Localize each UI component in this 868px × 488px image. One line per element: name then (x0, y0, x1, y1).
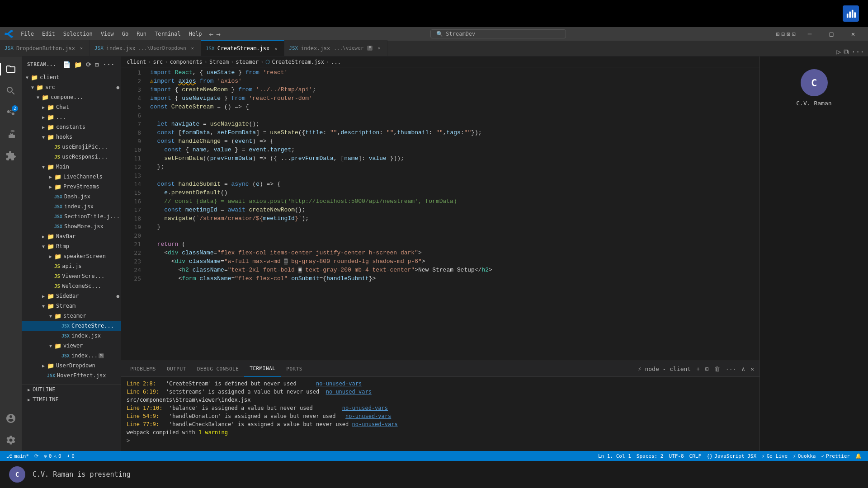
breadcrumb-client[interactable]: client (127, 59, 146, 65)
tree-useemoji[interactable]: JS useEmojiPic... (22, 142, 121, 152)
tree-ellipsis[interactable]: ▶ 📁 ... (22, 112, 121, 122)
tree-dash[interactable]: JSX Dash.jsx (22, 192, 121, 202)
close-btn[interactable]: ✕ (843, 27, 863, 41)
tree-showmore[interactable]: JSX ShowMore.jsx (22, 221, 121, 231)
tree-index-steamer[interactable]: JSX index.jsx (22, 331, 121, 341)
status-notifications[interactable]: 🔔 (853, 451, 864, 461)
layout-btn-3[interactable]: ⊠ (787, 31, 790, 38)
code-text[interactable]: import React, { useState } from 'react' … (145, 67, 760, 361)
tree-constants[interactable]: ▶ 📁 constants (22, 122, 121, 132)
nav-back-btn[interactable]: ← (209, 30, 214, 38)
new-file-btn[interactable]: 📄 (62, 60, 72, 69)
tab-close-btn[interactable]: ✕ (272, 45, 279, 52)
panel-tab-problems[interactable]: PROBLEMS (125, 361, 161, 377)
activity-account[interactable] (0, 408, 22, 429)
tree-main[interactable]: ▼ 📁 Main (22, 162, 121, 172)
status-position[interactable]: Ln 1, Col 1 (595, 451, 634, 461)
layout-btn-1[interactable]: ⊞ (776, 31, 780, 38)
activity-explorer[interactable] (0, 58, 22, 80)
breadcrumb-createstream[interactable]: CreateStream.jsx (272, 59, 324, 65)
tree-components[interactable]: ▼ 📁 compone... (22, 92, 121, 102)
split-editor-btn[interactable]: ⧉ (844, 47, 849, 56)
split-terminal-btn[interactable]: ⊞ (703, 365, 711, 373)
activity-search[interactable] (0, 80, 22, 102)
layout-btn-2[interactable]: ⊟ (782, 31, 785, 38)
status-errors[interactable]: ⊗ 0 △ 0 (41, 451, 64, 461)
status-golive[interactable]: ⚡ Go Live (759, 451, 790, 461)
tab-close-btn[interactable]: ✕ (375, 45, 382, 52)
tree-index-viewer-file[interactable]: JSX index... M (22, 351, 121, 361)
breadcrumb-stream[interactable]: Stream (209, 59, 229, 65)
new-folder-btn[interactable]: 📁 (73, 60, 83, 69)
panel-tab-terminal[interactable]: TERMINAL (244, 361, 281, 377)
tree-viewer-folder[interactable]: ▼ 📁 viewer (22, 341, 121, 351)
tree-speakerscreen[interactable]: ▶ 📁 speakerScreen (22, 251, 121, 261)
add-terminal-btn[interactable]: + (694, 365, 702, 373)
refresh-btn[interactable]: ⟳ (85, 60, 93, 69)
nav-forward-btn[interactable]: → (216, 30, 221, 38)
menu-file[interactable]: File (17, 30, 38, 38)
status-info[interactable]: ⬇ 0 (64, 451, 77, 461)
status-spaces[interactable]: Spaces: 2 (634, 451, 666, 461)
tree-api[interactable]: JS api.js (22, 261, 121, 271)
breadcrumb-steamer[interactable]: steamer (236, 59, 259, 65)
breadcrumb-src[interactable]: src (153, 59, 163, 65)
terminal-node-client[interactable]: ⚡ node - client (636, 365, 693, 373)
tree-src[interactable]: ▼ 📁 src ● (22, 82, 121, 92)
more-actions-btn[interactable]: ··· (851, 47, 864, 56)
tree-hooks[interactable]: ▼ 📁 hooks (22, 132, 121, 142)
tree-steamer[interactable]: ▼ 📁 steamer (22, 311, 121, 321)
tree-chat[interactable]: ▶ 📁 Chat (22, 102, 121, 112)
more-btn[interactable]: ··· (102, 60, 116, 69)
activity-settings[interactable] (0, 429, 22, 451)
outline-section[interactable]: ▶ OUTLINE (22, 385, 121, 394)
status-eol[interactable]: CRLF (687, 451, 704, 461)
maximize-btn[interactable]: □ (821, 27, 842, 41)
tab-dropdownbutton[interactable]: JSX DropdownButton.jsx ✕ (0, 40, 90, 56)
tree-prevstreams[interactable]: ▶ 📁 PrevStreams (22, 182, 121, 192)
status-prettier[interactable]: ✓ Prettier (818, 451, 853, 461)
minimize-btn[interactable]: ─ (799, 27, 820, 41)
tree-viewerscre[interactable]: JS ViewerScre... (22, 271, 121, 281)
tab-index-viewer[interactable]: JSX index.jsx ...\viewer M ✕ (284, 40, 387, 56)
breadcrumb-components[interactable]: components (170, 59, 203, 65)
maximize-panel-btn[interactable]: ∧ (740, 365, 747, 373)
more-terminal-btn[interactable]: ··· (724, 365, 738, 373)
activity-run[interactable] (0, 123, 22, 145)
menu-help[interactable]: Help (185, 30, 206, 38)
tab-index-userdropdown[interactable]: JSX index.jsx ...\UserDropdown ✕ (90, 40, 201, 56)
tab-close-btn[interactable]: ✕ (189, 45, 196, 52)
menu-edit[interactable]: Edit (38, 30, 59, 38)
status-sync[interactable]: ⟳ (32, 451, 41, 461)
tab-close-btn[interactable]: ✕ (78, 45, 85, 52)
close-panel-btn[interactable]: ✕ (749, 365, 756, 373)
tree-sidebar-folder[interactable]: ▶ 📁 SideBar ● (22, 291, 121, 301)
panel-tab-debug[interactable]: DEBUG CONSOLE (192, 361, 245, 377)
command-palette[interactable]: 🔍 StreamDev (430, 29, 566, 38)
status-language[interactable]: {} JavaScript JSX (704, 451, 759, 461)
tab-createstream[interactable]: JSX CreateStream.jsx ✕ (201, 40, 284, 56)
run-file-btn[interactable]: ▷ (836, 47, 841, 56)
trash-terminal-btn[interactable]: 🗑 (712, 365, 722, 373)
menu-go[interactable]: Go (118, 30, 132, 38)
tree-sectiontitle[interactable]: JSX SectionTitle.j... (22, 211, 121, 221)
tree-createstream-file[interactable]: JSX CreateStre... (22, 321, 121, 331)
menu-view[interactable]: View (97, 30, 118, 38)
panel-tab-output[interactable]: OUTPUT (161, 361, 192, 377)
breadcrumb-ellipsis[interactable]: ... (331, 59, 341, 65)
activity-extensions[interactable] (0, 145, 22, 167)
tree-stream-folder[interactable]: ▼ 📁 Stream (22, 301, 121, 311)
tree-userdropdown[interactable]: ▶ 📁 UserDropdown (22, 361, 121, 371)
timeline-section[interactable]: ▶ TIMELINE (22, 394, 121, 404)
activity-source-control[interactable]: 2 (0, 102, 22, 123)
tree-useresponsi[interactable]: JS useResponsi... (22, 152, 121, 162)
layout-btn-4[interactable]: ⊡ (792, 31, 796, 38)
menu-run[interactable]: Run (133, 30, 150, 38)
status-encoding[interactable]: UTF-8 (666, 451, 686, 461)
tree-rtmp[interactable]: ▼ 📁 Rtmp (22, 241, 121, 251)
tree-client[interactable]: ▼ 📁 client (22, 72, 121, 82)
menu-terminal[interactable]: Terminal (151, 30, 184, 38)
panel-tab-ports[interactable]: PORTS (281, 361, 308, 377)
tree-hovereffect[interactable]: JSX HoverEffect.jsx (22, 371, 121, 380)
collapse-all-btn[interactable]: ⊟ (94, 60, 100, 69)
